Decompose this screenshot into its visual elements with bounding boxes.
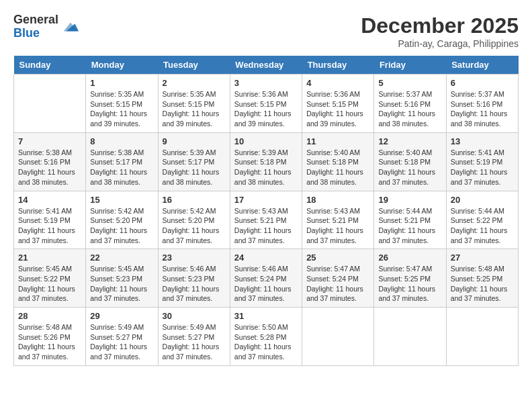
calendar-cell: 21Sunrise: 5:45 AMSunset: 5:22 PMDayligh… — [14, 249, 86, 308]
day-number: 12 — [378, 136, 441, 146]
day-info: Sunrise: 5:41 AMSunset: 5:19 PMDaylight:… — [18, 206, 81, 246]
calendar-table: SundayMondayTuesdayWednesdayThursdayFrid… — [13, 56, 519, 366]
day-info: Sunrise: 5:37 AMSunset: 5:16 PMDaylight:… — [451, 89, 514, 129]
day-number: 6 — [451, 78, 514, 88]
calendar-header-row: SundayMondayTuesdayWednesdayThursdayFrid… — [14, 56, 519, 75]
header-saturday: Saturday — [446, 56, 518, 75]
day-info: Sunrise: 5:35 AMSunset: 5:15 PMDaylight:… — [90, 89, 153, 129]
header-sunday: Sunday — [14, 56, 86, 75]
logo-icon — [61, 17, 80, 36]
header-friday: Friday — [374, 56, 446, 75]
calendar-cell: 17Sunrise: 5:43 AMSunset: 5:21 PMDayligh… — [230, 191, 302, 249]
calendar-cell: 4Sunrise: 5:36 AMSunset: 5:15 PMDaylight… — [302, 75, 374, 133]
day-number: 4 — [306, 78, 369, 88]
day-info: Sunrise: 5:50 AMSunset: 5:28 PMDaylight:… — [234, 322, 298, 362]
logo-general-text: General — [13, 13, 58, 27]
day-info: Sunrise: 5:38 AMSunset: 5:16 PMDaylight:… — [18, 148, 81, 187]
day-number: 13 — [451, 136, 514, 146]
day-number: 3 — [234, 78, 298, 88]
page-header: General Blue December 2025 Patin-ay, Car… — [13, 13, 519, 49]
day-number: 11 — [306, 136, 369, 146]
day-info: Sunrise: 5:36 AMSunset: 5:15 PMDaylight:… — [234, 89, 298, 129]
day-number: 5 — [378, 78, 441, 88]
day-info: Sunrise: 5:47 AMSunset: 5:24 PMDaylight:… — [306, 264, 369, 304]
day-info: Sunrise: 5:44 AMSunset: 5:22 PMDaylight:… — [451, 206, 514, 246]
day-number: 7 — [18, 136, 81, 146]
day-number: 22 — [90, 253, 153, 263]
logo-blue-text: Blue — [13, 27, 58, 40]
day-number: 30 — [163, 311, 226, 321]
calendar-week-row: 14Sunrise: 5:41 AMSunset: 5:19 PMDayligh… — [14, 191, 519, 249]
header-wednesday: Wednesday — [230, 56, 302, 75]
calendar-cell: 11Sunrise: 5:40 AMSunset: 5:18 PMDayligh… — [302, 132, 374, 191]
day-number: 29 — [90, 311, 153, 321]
calendar-cell: 5Sunrise: 5:37 AMSunset: 5:16 PMDaylight… — [374, 75, 446, 133]
calendar-cell: 3Sunrise: 5:36 AMSunset: 5:15 PMDaylight… — [230, 75, 302, 133]
day-number: 8 — [90, 136, 153, 146]
day-info: Sunrise: 5:42 AMSunset: 5:20 PMDaylight:… — [90, 206, 153, 246]
day-info: Sunrise: 5:43 AMSunset: 5:21 PMDaylight:… — [234, 206, 298, 246]
day-number: 9 — [163, 136, 226, 146]
day-info: Sunrise: 5:48 AMSunset: 5:25 PMDaylight:… — [451, 264, 514, 304]
day-number: 28 — [18, 311, 81, 321]
calendar-cell: 22Sunrise: 5:45 AMSunset: 5:23 PMDayligh… — [86, 249, 158, 308]
header-tuesday: Tuesday — [158, 56, 230, 75]
calendar-cell — [14, 75, 86, 133]
day-info: Sunrise: 5:46 AMSunset: 5:23 PMDaylight:… — [163, 264, 226, 304]
calendar-cell: 29Sunrise: 5:49 AMSunset: 5:27 PMDayligh… — [86, 308, 158, 366]
calendar-cell: 31Sunrise: 5:50 AMSunset: 5:28 PMDayligh… — [230, 308, 302, 366]
day-number: 20 — [451, 195, 514, 205]
day-number: 21 — [18, 253, 81, 263]
day-info: Sunrise: 5:41 AMSunset: 5:19 PMDaylight:… — [451, 148, 514, 187]
calendar-cell: 25Sunrise: 5:47 AMSunset: 5:24 PMDayligh… — [302, 249, 374, 308]
day-info: Sunrise: 5:38 AMSunset: 5:17 PMDaylight:… — [90, 148, 153, 187]
day-number: 2 — [163, 78, 226, 88]
calendar-cell: 10Sunrise: 5:39 AMSunset: 5:18 PMDayligh… — [230, 132, 302, 191]
day-info: Sunrise: 5:44 AMSunset: 5:21 PMDaylight:… — [378, 206, 441, 246]
calendar-cell: 7Sunrise: 5:38 AMSunset: 5:16 PMDaylight… — [14, 132, 86, 191]
day-info: Sunrise: 5:42 AMSunset: 5:20 PMDaylight:… — [163, 206, 226, 246]
calendar-week-row: 1Sunrise: 5:35 AMSunset: 5:15 PMDaylight… — [14, 75, 519, 133]
day-info: Sunrise: 5:35 AMSunset: 5:15 PMDaylight:… — [163, 89, 226, 129]
day-number: 27 — [451, 253, 514, 263]
day-number: 26 — [378, 253, 441, 263]
calendar-week-row: 7Sunrise: 5:38 AMSunset: 5:16 PMDaylight… — [14, 132, 519, 191]
day-info: Sunrise: 5:40 AMSunset: 5:18 PMDaylight:… — [306, 148, 369, 187]
day-info: Sunrise: 5:36 AMSunset: 5:15 PMDaylight:… — [306, 89, 369, 129]
calendar-cell: 20Sunrise: 5:44 AMSunset: 5:22 PMDayligh… — [446, 191, 518, 249]
calendar-cell: 9Sunrise: 5:39 AMSunset: 5:17 PMDaylight… — [158, 132, 230, 191]
header-thursday: Thursday — [302, 56, 374, 75]
day-number: 18 — [306, 195, 369, 205]
day-info: Sunrise: 5:49 AMSunset: 5:27 PMDaylight:… — [90, 322, 153, 362]
calendar-cell: 12Sunrise: 5:40 AMSunset: 5:18 PMDayligh… — [374, 132, 446, 191]
calendar-cell: 13Sunrise: 5:41 AMSunset: 5:19 PMDayligh… — [446, 132, 518, 191]
day-info: Sunrise: 5:47 AMSunset: 5:25 PMDaylight:… — [378, 264, 441, 304]
calendar-cell: 24Sunrise: 5:46 AMSunset: 5:24 PMDayligh… — [230, 249, 302, 308]
calendar-cell: 6Sunrise: 5:37 AMSunset: 5:16 PMDaylight… — [446, 75, 518, 133]
calendar-cell: 18Sunrise: 5:43 AMSunset: 5:21 PMDayligh… — [302, 191, 374, 249]
calendar-cell: 30Sunrise: 5:49 AMSunset: 5:27 PMDayligh… — [158, 308, 230, 366]
calendar-cell: 8Sunrise: 5:38 AMSunset: 5:17 PMDaylight… — [86, 132, 158, 191]
day-info: Sunrise: 5:43 AMSunset: 5:21 PMDaylight:… — [306, 206, 369, 246]
day-number: 14 — [18, 195, 81, 205]
calendar-cell — [374, 308, 446, 366]
calendar-cell: 2Sunrise: 5:35 AMSunset: 5:15 PMDaylight… — [158, 75, 230, 133]
calendar-cell: 26Sunrise: 5:47 AMSunset: 5:25 PMDayligh… — [374, 249, 446, 308]
header-monday: Monday — [86, 56, 158, 75]
day-number: 25 — [306, 253, 369, 263]
calendar-cell — [446, 308, 518, 366]
day-number: 24 — [234, 253, 298, 263]
day-number: 10 — [234, 136, 298, 146]
day-info: Sunrise: 5:39 AMSunset: 5:17 PMDaylight:… — [163, 148, 226, 187]
title-block: December 2025 Patin-ay, Caraga, Philippi… — [361, 13, 519, 49]
day-number: 1 — [90, 78, 153, 88]
day-info: Sunrise: 5:37 AMSunset: 5:16 PMDaylight:… — [378, 89, 441, 129]
day-info: Sunrise: 5:49 AMSunset: 5:27 PMDaylight:… — [163, 322, 226, 362]
day-number: 17 — [234, 195, 298, 205]
calendar-cell: 28Sunrise: 5:48 AMSunset: 5:26 PMDayligh… — [14, 308, 86, 366]
day-number: 15 — [90, 195, 153, 205]
logo: General Blue — [13, 13, 80, 40]
month-title: December 2025 — [361, 13, 519, 38]
calendar-cell: 23Sunrise: 5:46 AMSunset: 5:23 PMDayligh… — [158, 249, 230, 308]
day-number: 19 — [378, 195, 441, 205]
